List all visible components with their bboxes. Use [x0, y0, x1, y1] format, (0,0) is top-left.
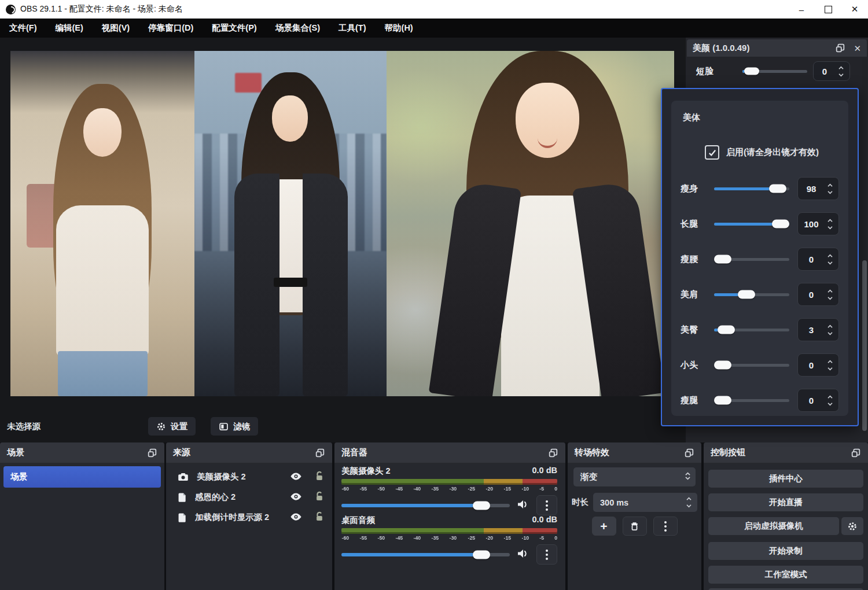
visibility-eye-icon[interactable]	[290, 512, 302, 523]
popout-icon[interactable]	[684, 448, 694, 458]
spinner-icons[interactable]	[825, 254, 835, 265]
lock-icon[interactable]	[315, 471, 324, 483]
duration-spinbox[interactable]: 300 ms	[593, 493, 697, 512]
slim-legs-value[interactable]: 0	[797, 389, 839, 412]
small-head-slider[interactable]	[714, 364, 789, 367]
volume-meter	[341, 528, 557, 534]
meter-tick: -5	[539, 534, 544, 541]
spinner-icons[interactable]	[825, 219, 835, 230]
trash-icon	[630, 522, 639, 531]
small-head-value[interactable]: 0	[797, 353, 839, 377]
slim-legs-slider[interactable]	[714, 399, 789, 402]
spinner-icons[interactable]	[825, 395, 835, 406]
lock-icon[interactable]	[315, 491, 324, 503]
menu-profile[interactable]: 配置文件(P)	[203, 19, 266, 38]
beauty-dock-title: 美颜 (1.0.0.49)	[693, 43, 749, 54]
meter-tick: -35	[432, 485, 439, 492]
gear-icon	[156, 422, 166, 432]
transition-menu-button[interactable]	[653, 517, 678, 536]
long-legs-slider[interactable]	[714, 223, 789, 226]
meter-tick: 0	[554, 534, 557, 541]
minimize-button[interactable]: –	[788, 0, 815, 19]
plugin-center-button[interactable]: 插件中心	[708, 470, 863, 488]
shoulders-slider[interactable]	[714, 293, 789, 296]
media-file-icon	[178, 512, 187, 523]
start-virtual-camera-button[interactable]: 启动虚拟摄像机	[708, 517, 839, 535]
scene-item-selected[interactable]: 场景	[3, 466, 161, 488]
close-icon[interactable]: ✕	[854, 44, 861, 53]
remove-transition-button[interactable]	[623, 517, 647, 536]
menu-view[interactable]: 视图(V)	[93, 19, 139, 38]
beauty-panel-scrollbar[interactable]	[862, 58, 867, 434]
menu-tools[interactable]: 工具(T)	[329, 19, 376, 38]
short-face-slider-row: 短脸 0	[686, 60, 868, 83]
sources-panel: 来源 美颜摄像头 2 感恩的心 2	[166, 443, 332, 590]
meter-tick: -20	[486, 534, 493, 541]
short-face-slider[interactable]	[742, 70, 807, 73]
channel-name: 桌面音频	[341, 515, 375, 526]
menu-file[interactable]: 文件(F)	[0, 19, 46, 38]
source-row-camera[interactable]: 美颜摄像头 2	[166, 467, 332, 486]
speaker-icon[interactable]	[517, 499, 529, 512]
source-row-media-1[interactable]: 感恩的心 2	[166, 488, 332, 507]
popout-icon[interactable]	[548, 448, 558, 458]
menu-docks[interactable]: 停靠窗口(D)	[139, 19, 203, 38]
virtual-camera-config-button[interactable]	[841, 517, 863, 535]
start-recording-button[interactable]: 开始录制	[708, 542, 863, 560]
maximize-button[interactable]	[815, 0, 841, 19]
meter-tick: -25	[468, 534, 475, 541]
volume-slider-desktop[interactable]	[341, 553, 510, 556]
scrollbar-thumb[interactable]	[862, 260, 867, 431]
enable-checkbox[interactable]	[705, 145, 719, 160]
obs-window: OBS 29.1.1 - 配置文件: 未命名 - 场景: 未命名 – ✕ 文件(…	[0, 0, 868, 590]
spinner-icons[interactable]	[683, 497, 694, 508]
transitions-header: 转场特效	[568, 443, 701, 463]
spinner-icons[interactable]	[836, 66, 846, 77]
meter-tick: 0	[554, 485, 557, 492]
body-beautify-popup: 美体 启用(请全身出镜才有效) 瘦身 98 长腿 100 瘦腰	[661, 88, 859, 426]
preview-canvas[interactable]	[10, 51, 674, 396]
short-face-value[interactable]: 0	[813, 61, 850, 81]
menu-scene-collection[interactable]: 场景集合(S)	[266, 19, 329, 38]
slim-legs-label: 瘦腿	[681, 395, 706, 406]
menu-help[interactable]: 帮助(H)	[376, 19, 422, 38]
spinner-icons[interactable]	[825, 360, 835, 371]
long-legs-value[interactable]: 100	[797, 212, 839, 235]
speaker-icon[interactable]	[517, 548, 529, 561]
spinner-icons[interactable]	[825, 289, 835, 300]
channel-menu-button[interactable]	[536, 544, 557, 565]
scenes-header: 场景	[0, 443, 164, 463]
spinner-icons[interactable]	[825, 183, 835, 194]
spinner-icons[interactable]	[825, 325, 835, 335]
slim-waist-value[interactable]: 0	[797, 248, 839, 271]
slim-waist-slider[interactable]	[714, 258, 789, 261]
source-filters-button[interactable]: 滤镜	[211, 417, 258, 436]
channel-db: 0.0 dB	[532, 466, 557, 477]
channel-menu-button[interactable]	[536, 495, 557, 515]
hips-value[interactable]: 3	[797, 318, 839, 341]
slim-body-slider[interactable]	[714, 187, 789, 190]
add-transition-button[interactable]: +	[592, 517, 616, 536]
volume-slider-camera[interactable]	[341, 504, 510, 507]
studio-mode-button[interactable]: 工作室模式	[708, 566, 863, 584]
slim-body-value[interactable]: 98	[797, 177, 839, 200]
lock-icon[interactable]	[315, 511, 324, 523]
popout-icon[interactable]	[315, 448, 325, 458]
small-head-row: 小头 0	[681, 353, 839, 377]
start-streaming-button[interactable]: 开始直播	[708, 493, 863, 511]
transition-select[interactable]: 渐变	[573, 467, 696, 486]
source-settings-button[interactable]: 设置	[148, 417, 196, 436]
enable-label[interactable]: 启用(请全身出镜才有效)	[726, 147, 819, 158]
menu-edit[interactable]: 编辑(E)	[46, 19, 93, 38]
popout-icon[interactable]	[147, 448, 157, 458]
source-row-media-2[interactable]: 加载倒计时显示源 2	[166, 508, 332, 527]
visibility-eye-icon[interactable]	[290, 492, 302, 503]
popout-icon[interactable]	[851, 448, 861, 458]
close-button[interactable]: ✕	[841, 0, 868, 19]
slim-body-row: 瘦身 98	[681, 177, 839, 200]
slim-legs-row: 瘦腿 0	[681, 389, 839, 412]
shoulders-value[interactable]: 0	[797, 283, 839, 306]
hips-slider[interactable]	[714, 329, 789, 331]
popout-icon[interactable]	[835, 43, 845, 53]
visibility-eye-icon[interactable]	[290, 472, 302, 482]
